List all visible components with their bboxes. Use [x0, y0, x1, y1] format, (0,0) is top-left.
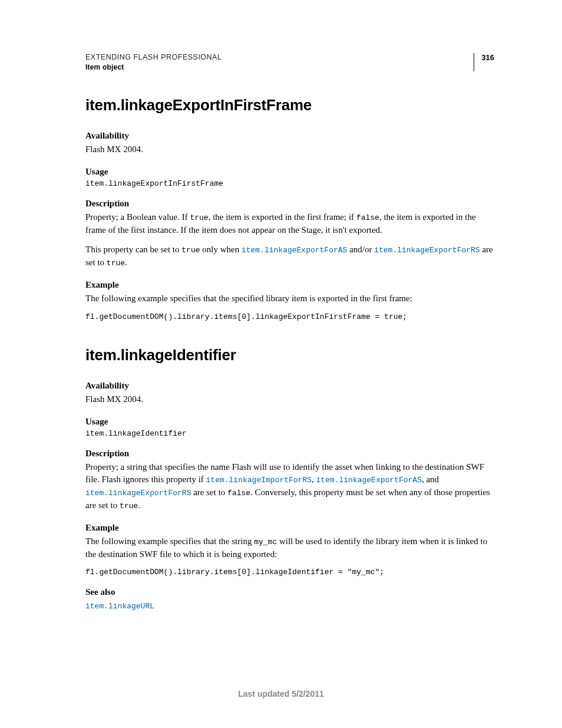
running-header: EXTENDING FLASH PROFESSIONAL Item object… — [85, 53, 494, 71]
code-literal: true — [107, 259, 125, 268]
description-paragraph: Property; a string that specifies the na… — [85, 461, 494, 512]
text: only when — [200, 245, 242, 254]
description-paragraph: This property can be set to true only wh… — [85, 243, 494, 269]
subheading-description: Description — [85, 199, 494, 209]
text: , and — [422, 475, 439, 484]
availability-text: Flash MX 2004. — [85, 143, 494, 156]
code-literal: true — [181, 246, 200, 255]
text: , the item is exported in the first fram… — [209, 212, 356, 222]
api-link[interactable]: item.linkageImportForRS — [206, 476, 312, 485]
text: are set to — [191, 487, 227, 497]
text: . — [125, 258, 127, 267]
text: and/or — [347, 245, 374, 254]
code-literal: my_mc — [254, 538, 277, 546]
chapter-title: EXTENDING FLASH PROFESSIONAL — [85, 53, 222, 61]
code-literal: false — [227, 489, 250, 498]
seealso-links: item.linkageURL — [85, 599, 494, 612]
api-heading: item.linkageIdentifier — [85, 346, 494, 364]
section-title: Item object — [85, 63, 222, 71]
text: This property can be set to — [85, 245, 181, 254]
subheading-usage: Usage — [85, 167, 494, 177]
availability-text: Flash MX 2004. — [85, 393, 494, 406]
text: The following example specifies that the… — [85, 536, 254, 546]
code-literal: true — [120, 502, 138, 510]
api-link[interactable]: item.linkageURL — [85, 602, 154, 611]
example-code: fl.getDocumentDOM().library.items[0].lin… — [85, 568, 494, 577]
subheading-availability: Availability — [85, 381, 494, 391]
subheading-description: Description — [85, 449, 494, 459]
api-link[interactable]: item.linkageExportForAS — [316, 476, 422, 485]
usage-code: item.linkageIdentifier — [85, 429, 494, 438]
description-paragraph: Property; a Boolean value. If true, the … — [85, 211, 494, 237]
text: . — [138, 500, 140, 510]
page-footer: Last updated 5/2/2011 — [0, 689, 562, 699]
page-number: 316 — [474, 53, 494, 71]
api-link[interactable]: item.linkageExportForAS — [242, 246, 347, 255]
example-text: The following example specifies that the… — [85, 535, 494, 561]
code-literal: false — [356, 213, 379, 222]
subheading-seealso: See also — [85, 587, 494, 597]
api-link[interactable]: item.linkageExportForRS — [374, 246, 480, 255]
code-literal: true — [190, 213, 208, 222]
subheading-availability: Availability — [85, 131, 494, 141]
example-text: The following example specifies that the… — [85, 292, 494, 305]
text: Property; a Boolean value. If — [85, 212, 190, 222]
example-code: fl.getDocumentDOM().library.items[0].lin… — [85, 312, 494, 321]
text: , — [312, 475, 316, 484]
api-heading: item.linkageExportInFirstFrame — [85, 96, 494, 114]
subheading-usage: Usage — [85, 417, 494, 427]
usage-code: item.linkageExportInFirstFrame — [85, 179, 494, 188]
header-left: EXTENDING FLASH PROFESSIONAL Item object — [85, 53, 222, 71]
subheading-example: Example — [85, 280, 494, 290]
api-link[interactable]: item.linkageExportForRS — [85, 489, 191, 498]
subheading-example: Example — [85, 523, 494, 533]
